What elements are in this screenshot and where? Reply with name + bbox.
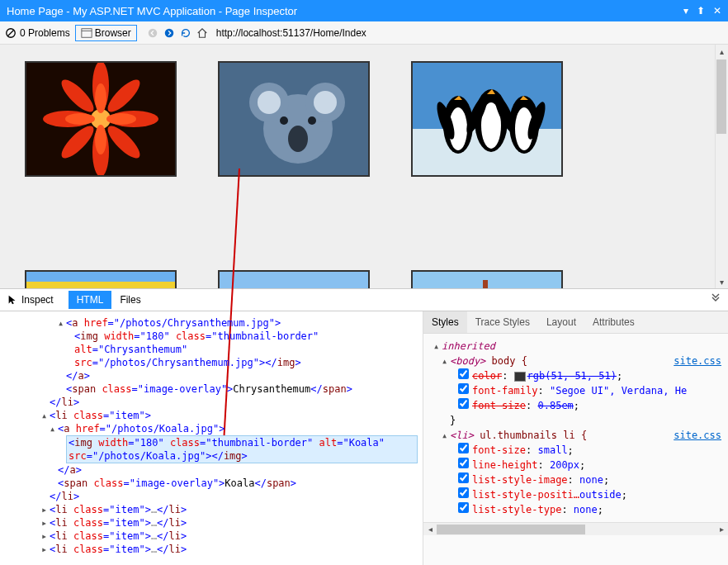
tab-styles[interactable]: Styles	[423, 311, 467, 333]
prop-checkbox[interactable]	[458, 398, 469, 409]
nav-buttons	[147, 27, 208, 39]
file-link[interactable]: site.css	[674, 428, 721, 443]
forward-icon[interactable]	[163, 27, 175, 39]
prop-checkbox[interactable]	[458, 383, 469, 394]
close-icon[interactable]: ✕	[713, 5, 721, 17]
svg-point-18	[65, 113, 95, 125]
collapse-icon[interactable]: ▴	[58, 316, 66, 330]
svg-point-17	[95, 125, 106, 154]
inspector-toolbar: Inspect HTML Files	[0, 288, 728, 311]
svg-point-26	[288, 126, 308, 152]
collapse-icon[interactable]: ▴	[41, 409, 50, 422]
flower-image	[26, 63, 175, 175]
scrollbar-thumb[interactable]	[716, 59, 726, 134]
svg-point-16	[95, 83, 106, 113]
tab-attributes[interactable]: Attributes	[584, 311, 643, 333]
no-problems-icon	[5, 27, 17, 39]
thumbnail-row2-2[interactable]	[218, 270, 370, 288]
thumbnail-koala[interactable]	[218, 61, 370, 177]
scroll-up-icon[interactable]: ▴	[716, 45, 728, 58]
svg-point-28	[308, 116, 316, 125]
inspector-panels: ▴<a href="/photos/Chrysanthemum.jpg"> <i…	[0, 311, 728, 565]
expand-icon[interactable]: ▸	[41, 503, 50, 516]
svg-point-25	[314, 91, 337, 114]
tab-layout[interactable]: Layout	[538, 311, 584, 333]
expand-icon[interactable]: ▸	[41, 543, 50, 556]
window-menu-icon[interactable]: ▾	[683, 5, 688, 17]
styles-body[interactable]: ▴inherited ▴<body> body {site.css color:…	[423, 334, 728, 522]
selected-html-node[interactable]: <img width="180" class="thumbnail-border…	[66, 435, 418, 463]
pin-icon[interactable]: ⬆	[697, 5, 705, 17]
prop-checkbox[interactable]	[458, 368, 469, 379]
prop-checkbox[interactable]	[458, 502, 469, 513]
scroll-left-icon[interactable]: ◂	[423, 523, 437, 535]
color-swatch	[514, 372, 526, 382]
browser-button[interactable]: Browser	[75, 25, 137, 41]
thumbnail-penguins[interactable]	[411, 61, 563, 177]
thumbnail-chrysanthemum[interactable]	[25, 61, 177, 177]
expand-icon[interactable]: ▸	[41, 529, 50, 543]
svg-rect-2	[82, 28, 92, 37]
svg-rect-41	[26, 272, 175, 282]
hscroll-thumb[interactable]	[437, 525, 585, 534]
expand-icon[interactable]: ▸	[41, 516, 50, 529]
koala-image	[220, 63, 368, 175]
refresh-icon[interactable]	[180, 27, 191, 39]
prop-checkbox[interactable]	[458, 458, 469, 468]
svg-rect-43	[220, 272, 368, 288]
window-title: Home Page - My ASP.NET MVC Application -…	[7, 5, 297, 17]
svg-point-24	[258, 91, 281, 114]
prop-checkbox[interactable]	[458, 487, 469, 498]
svg-point-4	[148, 28, 157, 37]
inspect-button[interactable]: Inspect	[7, 294, 54, 306]
problems-indicator[interactable]: 0 Problems	[5, 27, 70, 39]
svg-rect-42	[26, 282, 175, 288]
preview-scrollbar[interactable]: ▴ ▾	[715, 45, 728, 288]
tab-files[interactable]: Files	[111, 291, 149, 309]
tab-html[interactable]: HTML	[69, 291, 112, 309]
prop-checkbox[interactable]	[458, 443, 469, 453]
inspect-label: Inspect	[21, 294, 54, 306]
tab-trace-styles[interactable]: Trace Styles	[467, 311, 538, 333]
inherited-section: inherited	[442, 340, 495, 352]
thumbnail-row2-1[interactable]	[25, 270, 177, 288]
title-bar: Home Page - My ASP.NET MVC Application -…	[0, 0, 728, 21]
svg-point-5	[164, 28, 173, 37]
svg-rect-45	[483, 280, 488, 288]
svg-point-19	[106, 113, 136, 125]
browser-label: Browser	[95, 27, 131, 39]
inspector-tabs: HTML Files	[69, 291, 149, 309]
scroll-down-icon[interactable]: ▾	[716, 275, 728, 288]
penguins-image	[413, 63, 561, 175]
styles-panel: Styles Trace Styles Layout Attributes ▴i…	[423, 311, 728, 565]
styles-tabs: Styles Trace Styles Layout Attributes	[423, 311, 728, 334]
cursor-icon	[7, 294, 18, 306]
file-link[interactable]: site.css	[674, 354, 721, 368]
browser-icon	[81, 27, 92, 39]
url-bar[interactable]: http://localhost:51137/Home/Index	[216, 27, 366, 39]
home-icon[interactable]	[196, 27, 208, 39]
window-controls: ▾ ⬆ ✕	[683, 5, 721, 17]
expand-icon[interactable]	[710, 293, 721, 307]
problems-count: 0 Problems	[20, 27, 70, 39]
toolbar: 0 Problems Browser http://localhost:5113…	[0, 21, 728, 45]
thumbnail-row2-3[interactable]	[411, 270, 563, 288]
prop-checkbox[interactable]	[458, 472, 469, 483]
scroll-right-icon[interactable]: ▸	[715, 523, 728, 535]
svg-point-27	[280, 116, 288, 125]
html-tree-panel[interactable]: ▴<a href="/photos/Chrysanthemum.jpg"> <i…	[0, 311, 423, 565]
browser-preview: ▴ ▾	[0, 45, 728, 288]
styles-hscroll[interactable]: ◂ ▸	[423, 522, 728, 535]
svg-line-1	[8, 30, 14, 36]
collapse-icon[interactable]: ▴	[50, 422, 58, 435]
back-icon[interactable]	[147, 27, 158, 39]
